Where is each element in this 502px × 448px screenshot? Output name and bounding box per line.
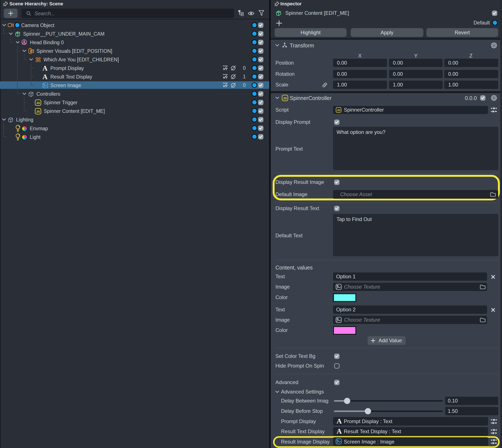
svg-text:JS: JS	[337, 109, 340, 112]
svg-text:JS: JS	[36, 110, 40, 113]
svg-text:JS: JS	[283, 96, 287, 100]
svg-text:JS: JS	[36, 101, 40, 105]
